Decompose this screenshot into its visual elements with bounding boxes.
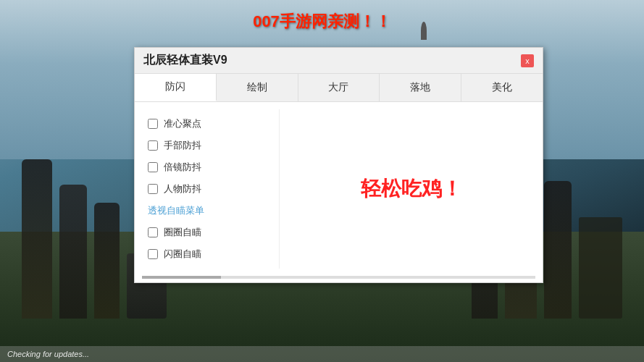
char-figure-7 — [544, 181, 572, 319]
menu-link-toushi[interactable]: 透视自瞄菜单 — [135, 200, 279, 222]
status-bar: Checking for updates... — [0, 346, 644, 362]
tab-luodi[interactable]: 落地 — [380, 74, 461, 101]
dialog-title: 北辰轻体直装V9 — [143, 53, 227, 68]
main-dialog: 北辰轻体直装V9 x 防闪 绘制 大厅 落地 美化 准心聚点 — [134, 47, 543, 283]
top-banner: 007手游网亲测！！ — [0, 11, 644, 33]
big-promo-text: 轻松吃鸡！ — [361, 175, 462, 203]
checkbox-item-3: 倍镜防抖 — [135, 156, 279, 178]
checkbox-renwu-label: 人物防抖 — [164, 182, 201, 195]
dialog-content: 准心聚点 手部防抖 倍镜防抖 人物防抖 透视自瞄菜单 圈圈自瞄 — [135, 102, 543, 276]
char-figure-2 — [59, 185, 87, 319]
banner-text: 007手游网亲测！！ — [253, 12, 391, 30]
close-button[interactable]: x — [521, 54, 534, 67]
checkbox-shoubu[interactable] — [148, 140, 158, 151]
checkbox-shanquan-label: 闪圈自瞄 — [164, 248, 201, 261]
checkbox-item-4: 人物防抖 — [135, 178, 279, 200]
checkbox-quanquan[interactable] — [148, 227, 158, 237]
char-figure-3 — [94, 203, 120, 319]
status-text: Checking for updates... — [7, 350, 89, 358]
char-figure-1 — [22, 159, 52, 319]
dialog-titlebar: 北辰轻体直装V9 x — [135, 48, 543, 74]
checkbox-item-2: 手部防抖 — [135, 135, 279, 156]
checkbox-item-6: 闪圈自瞄 — [135, 243, 279, 265]
structure-right — [579, 217, 622, 319]
checkbox-renwu[interactable] — [148, 184, 158, 194]
checkbox-zhunxin-label: 准心聚点 — [164, 117, 201, 130]
tab-huizhi[interactable]: 绘制 — [217, 74, 298, 101]
tab-bar: 防闪 绘制 大厅 落地 美化 — [135, 74, 543, 102]
checkbox-shanquan[interactable] — [148, 249, 158, 259]
progress-fill — [142, 276, 221, 279]
tab-dating[interactable]: 大厅 — [298, 74, 380, 101]
right-panel: 轻松吃鸡！ — [280, 109, 543, 269]
checkbox-item-1: 准心聚点 — [135, 113, 279, 135]
checkbox-quanquan-label: 圈圈自瞄 — [164, 226, 201, 239]
checkbox-shoubu-label: 手部防抖 — [164, 139, 201, 152]
tab-meihua[interactable]: 美化 — [461, 74, 543, 101]
tab-fangshan[interactable]: 防闪 — [135, 74, 217, 101]
checkbox-beijing-label: 倍镜防抖 — [164, 161, 201, 174]
checkbox-item-5: 圈圈自瞄 — [135, 222, 279, 243]
progress-area — [142, 276, 535, 279]
checkbox-zhunxin[interactable] — [148, 119, 158, 129]
left-panel: 准心聚点 手部防抖 倍镜防抖 人物防抖 透视自瞄菜单 圈圈自瞄 — [135, 109, 280, 269]
checkbox-beijing[interactable] — [148, 162, 158, 172]
